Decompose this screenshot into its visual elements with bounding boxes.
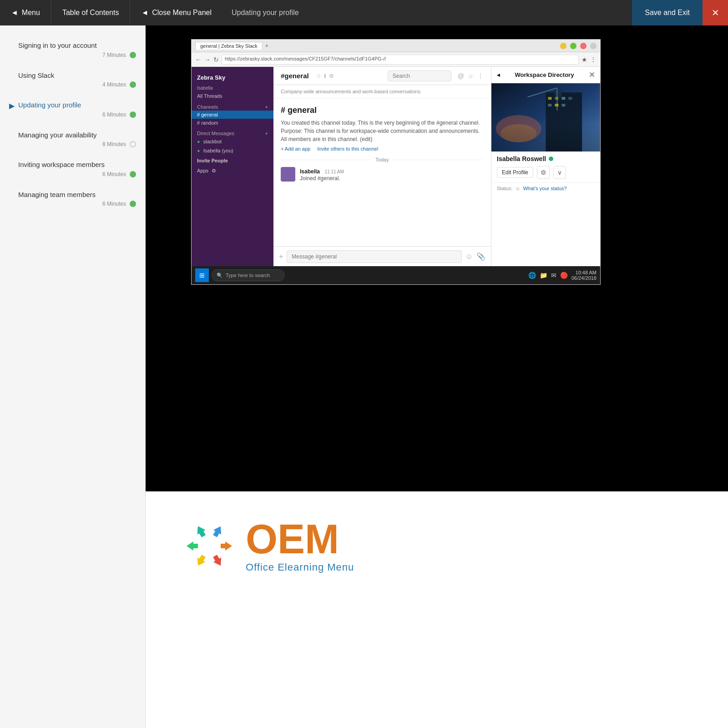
apps-item[interactable]: Apps ⚙ — [192, 166, 273, 176]
taskbar-icons: 🌐 📁 ✉ 🔴 10:48 AM 06/24/2018 — [528, 270, 597, 281]
message-avatar — [281, 167, 295, 182]
refresh-button[interactable]: ↻ — [213, 56, 219, 63]
channel-general[interactable]: # general — [192, 111, 273, 119]
dm-slackbot[interactable]: ● slackbot — [192, 137, 273, 146]
channel-intro-title: # general — [281, 106, 484, 115]
sidebar-item-content: Managing team members 6 Minutes — [18, 190, 136, 207]
profile-background-svg — [491, 83, 600, 152]
folder-icon[interactable]: 📁 — [540, 272, 547, 279]
item-duration: 6 Minutes — [102, 201, 126, 207]
item-duration: 7 Minutes — [102, 52, 126, 58]
current-topic: Updating your profile — [222, 9, 632, 17]
workspace-dir-header: ◂ Workspace Directory ✕ — [491, 67, 600, 83]
restore-button[interactable] — [570, 43, 576, 49]
close-button[interactable]: ✕ — [703, 0, 728, 25]
menu-button[interactable]: ◄ Menu — [0, 0, 51, 25]
expand-profile-button[interactable]: ∨ — [553, 166, 566, 179]
attach-icon[interactable]: 📎 — [476, 252, 485, 261]
oem-text-group: OEM Office Elearning Menu — [246, 519, 354, 573]
dm-header: Direct Messages + — [192, 127, 273, 137]
sidebar-bullet-active: ▶ — [9, 101, 18, 110]
svg-rect-11 — [561, 104, 565, 106]
settings-profile-button[interactable]: ⚙ — [537, 166, 550, 179]
minimize-button[interactable] — [560, 43, 566, 49]
sidebar: Signing in to your account 7 Minutes Usi… — [0, 25, 146, 728]
window-expand-button[interactable] — [580, 43, 586, 49]
message-time: 11:11 AM — [324, 169, 344, 174]
sidebar-item-label: Inviting workspace members — [18, 160, 136, 169]
windows-taskbar: ⊞ 🔍 Type here to search 🌐 📁 ✉ 🔴 10:48 AM — [192, 266, 600, 284]
close-window-button[interactable] — [590, 43, 597, 49]
app-icon[interactable]: 🔴 — [560, 272, 568, 279]
sidebar-subtitle: Isabella — [192, 85, 273, 91]
browser-tab[interactable]: general | Zebra Sky Slack — [195, 42, 263, 50]
add-channel-icon[interactable]: + — [265, 104, 268, 110]
taskbar-search-box[interactable]: 🔍 Type here to search — [212, 269, 284, 281]
add-dm-icon[interactable]: + — [265, 131, 268, 136]
new-tab-icon[interactable]: + — [265, 43, 268, 49]
status-emoji-icon: ☺ — [515, 186, 520, 191]
save-exit-button[interactable]: Save and Exit — [632, 0, 703, 25]
slack-main-content: #general ☆ ℹ ⚙ @ ☆ ⋮ Company-wide annou — [273, 67, 491, 266]
toc-button[interactable]: Table of Contents — [51, 0, 130, 25]
search-taskbar-icon: 🔍 — [217, 273, 223, 278]
dm-isabella[interactable]: ● Isabella (you) — [192, 146, 273, 155]
completion-dot — [130, 111, 136, 118]
sidebar-item-updating-profile[interactable]: ▶ Updating your profile 6 Minutes — [0, 94, 145, 124]
taskbar-search-text: Type here to search — [226, 273, 270, 278]
svg-rect-2 — [555, 88, 561, 97]
sidebar-item-using-slack[interactable]: Using Slack 4 Minutes — [0, 65, 145, 95]
invite-people[interactable]: Invite People — [192, 155, 273, 166]
info-icon[interactable]: ℹ — [324, 73, 326, 79]
sidebar-item-availability[interactable]: Managing your availability 8 Minutes — [0, 124, 145, 154]
profile-name: Isabella Roswell — [491, 152, 600, 164]
item-duration: 6 Minutes — [102, 171, 126, 177]
sidebar-item-signing-in[interactable]: Signing in to your account 7 Minutes — [0, 35, 145, 65]
channel-random[interactable]: # random — [192, 119, 273, 127]
item-duration: 4 Minutes — [102, 81, 126, 88]
workspace-dir-title: Workspace Directory — [515, 71, 574, 78]
sidebar-item-meta: 4 Minutes — [18, 81, 136, 88]
slack-search-input[interactable] — [388, 71, 451, 81]
more-icon[interactable]: ⋮ — [477, 72, 484, 80]
close-menu-button[interactable]: ◄ Close Menu Panel — [130, 0, 222, 25]
add-icon[interactable]: + — [279, 253, 283, 261]
chevron-left-icon: ◄ — [11, 9, 18, 17]
svg-rect-10 — [555, 104, 558, 106]
address-field[interactable]: https://zebrasky.slack.com/messages/CF21… — [222, 55, 579, 65]
star-icon-2[interactable]: ☆ — [468, 72, 474, 80]
settings-icon[interactable]: ⋮ — [590, 56, 597, 63]
sidebar-item-meta: 7 Minutes — [18, 52, 136, 58]
back-button[interactable]: ← — [195, 56, 202, 63]
close-workspace-dir-button[interactable]: ✕ — [589, 71, 595, 79]
invite-channel-link[interactable]: Invite others to this channel — [317, 146, 378, 152]
forward-button[interactable]: → — [204, 56, 211, 63]
workspace-directory-panel: ◂ Workspace Directory ✕ — [491, 67, 600, 266]
close-menu-label: Close Menu Panel — [152, 9, 212, 17]
sidebar-item-meta: 6 Minutes — [18, 171, 136, 177]
message-input[interactable] — [287, 250, 461, 263]
sidebar-item-team-members[interactable]: Managing team members 6 Minutes — [0, 184, 145, 214]
sidebar-item-meta: 8 Minutes — [18, 141, 136, 147]
edge-icon[interactable]: 🌐 — [528, 272, 536, 279]
settings-icon-2[interactable]: ⚙ — [329, 73, 334, 79]
star-icon[interactable]: ☆ — [316, 73, 321, 79]
status-placeholder[interactable]: What's your status? — [523, 186, 566, 191]
add-app-link[interactable]: + Add an app — [281, 146, 310, 152]
at-icon[interactable]: @ — [458, 72, 464, 80]
workspace-name[interactable]: Zebra Sky — [192, 71, 273, 85]
arrow-icon: ▶ — [9, 102, 15, 110]
sidebar-item-label: Managing your availability — [18, 131, 136, 140]
sidebar-item-inviting-members[interactable]: Inviting workspace members 6 Minutes — [0, 154, 145, 184]
item-duration: 8 Minutes — [102, 141, 126, 147]
sidebar-item-content: Updating your profile 6 Minutes — [18, 101, 136, 118]
bookmark-icon[interactable]: ★ — [581, 56, 587, 63]
edit-profile-button[interactable]: Edit Profile — [497, 167, 533, 178]
all-threads-item[interactable]: All Threads — [192, 91, 273, 101]
mail-icon[interactable]: ✉ — [551, 272, 556, 279]
svg-rect-8 — [568, 97, 572, 100]
oem-full-name: Office Elearning Menu — [246, 561, 354, 573]
channel-description: Company-wide announcements and work-base… — [273, 85, 491, 98]
emoji-icon[interactable]: ☺ — [465, 253, 473, 261]
windows-start-button[interactable]: ⊞ — [195, 268, 209, 282]
